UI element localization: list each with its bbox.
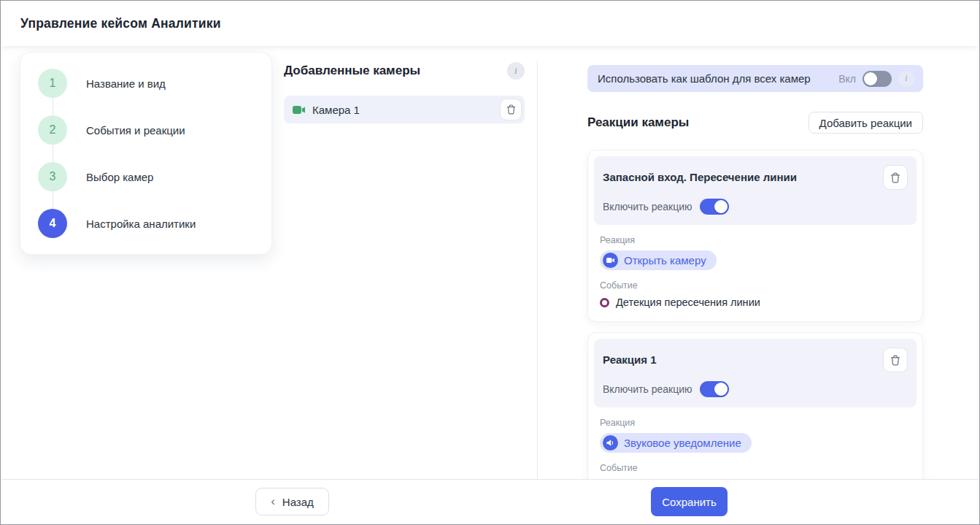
event-field-label: Событие — [600, 280, 917, 291]
reaction-card-header: Реакция 1 Включить реакцию — [594, 339, 917, 407]
enable-reaction-label: Включить реакцию — [603, 201, 692, 212]
event-field-label: Событие — [600, 463, 917, 473]
step-number-badge: 2 — [38, 115, 67, 145]
reaction-field-label: Реакция — [600, 418, 917, 428]
delete-camera-button[interactable] — [500, 99, 522, 120]
back-button-label: Назад — [282, 496, 314, 508]
wizard-step-events-and-reactions[interactable]: 2 События и реакции — [38, 115, 254, 145]
template-banner-label: Использовать как шаблон для всех камер — [598, 72, 838, 85]
step-number-badge: 1 — [38, 69, 67, 98]
wizard-steps-card: 1 Название и вид 2 События и реакции 3 В… — [20, 52, 272, 255]
added-cameras-section: Добавленные камеры i Камера 1 — [284, 62, 525, 123]
sound-icon — [603, 435, 618, 451]
reaction-chip-open-camera[interactable]: Открыть камеру — [600, 250, 717, 270]
toggle-knob — [864, 72, 877, 85]
step-label: Название и вид — [86, 77, 166, 90]
wizard-step-name-and-type[interactable]: 1 Название и вид — [38, 69, 254, 98]
modal-header: Управление кейсом Аналитики — [1, 1, 979, 46]
analytics-settings-panel: Использовать как шаблон для всех камер В… — [587, 65, 923, 505]
video-camera-icon — [293, 105, 306, 115]
reaction-title: Запасной вход. Пересечение линии — [603, 165, 797, 183]
toggle-knob — [714, 200, 728, 213]
step-connector — [53, 98, 53, 115]
step-number-badge: 3 — [38, 162, 67, 191]
step-connector — [53, 145, 53, 162]
camera-icon — [603, 253, 618, 268]
wizard-step-camera-selection[interactable]: 3 Выбор камер — [38, 162, 254, 191]
step-label: Настройка аналитики — [86, 218, 196, 230]
wizard-step-analytics-setup[interactable]: 4 Настройка аналитики — [38, 209, 254, 238]
event-item: Детекция пересечения линии — [600, 296, 917, 308]
camera-list-item[interactable]: Камера 1 — [284, 96, 525, 123]
toggle-knob — [714, 383, 728, 396]
reaction-field-label: Реакция — [600, 235, 917, 245]
reaction-chip-label: Звуковое уведомление — [624, 437, 741, 449]
reaction-chip-label: Открыть камеру — [624, 254, 706, 267]
page-title: Управление кейсом Аналитики — [20, 16, 221, 31]
chevron-left-icon: ‹ — [271, 495, 275, 507]
step-connector — [53, 191, 53, 209]
enable-reaction-label: Включить реакцию — [603, 383, 692, 395]
template-toggle[interactable] — [863, 71, 892, 87]
enable-reaction-toggle[interactable] — [700, 199, 729, 215]
info-icon[interactable]: i — [898, 71, 914, 87]
step-label: События и реакции — [86, 124, 185, 137]
reaction-card: Запасной вход. Пересечение линии Включит… — [587, 150, 923, 322]
toggle-caption: Вкл — [838, 73, 856, 85]
reaction-card-header: Запасной вход. Пересечение линии Включит… — [594, 156, 917, 225]
info-icon[interactable]: i — [507, 62, 525, 80]
add-reactions-button[interactable]: Добавить реакции — [809, 112, 923, 134]
save-button[interactable]: Сохранить — [651, 487, 728, 516]
delete-reaction-button[interactable] — [883, 348, 908, 372]
case-management-modal: Управление кейсом Аналитики ✕ 1 Название… — [0, 0, 980, 525]
reaction-chip-sound-notification[interactable]: Звуковое уведомление — [600, 433, 752, 453]
trash-icon — [506, 104, 516, 115]
reaction-title: Реакция 1 — [603, 348, 657, 366]
step-label: Выбор камер — [86, 171, 153, 183]
trash-icon — [890, 355, 900, 366]
camera-name: Камера 1 — [312, 104, 500, 116]
camera-reactions-title: Реакции камеры — [587, 115, 689, 130]
back-button[interactable]: ‹ Назад — [255, 488, 329, 516]
enable-reaction-toggle[interactable] — [700, 381, 729, 397]
event-type-icon — [600, 298, 609, 307]
delete-reaction-button[interactable] — [883, 165, 908, 190]
trash-icon — [890, 172, 900, 183]
template-banner: Использовать как шаблон для всех камер В… — [587, 65, 923, 92]
added-cameras-title: Добавленные камеры — [284, 64, 420, 78]
step-number-badge-active: 4 — [38, 209, 67, 238]
event-name: Детекция пересечения линии — [616, 296, 760, 308]
panel-divider — [537, 61, 538, 480]
modal-footer: ‹ Назад Сохранить — [1, 479, 979, 524]
